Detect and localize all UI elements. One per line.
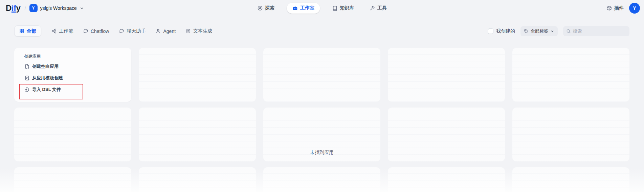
create-item-label: 导入 DSL 文件 (32, 87, 61, 93)
nav-item-knowledge[interactable]: 知识库 (329, 3, 357, 14)
header-right: 插件 Y (606, 3, 640, 14)
nav-label: 知识库 (340, 5, 354, 11)
app-card-skeleton (139, 108, 256, 161)
create-item-label: 从应用模板创建 (32, 75, 63, 81)
app-card-skeleton (14, 108, 131, 161)
search-box (563, 26, 629, 36)
tab-all[interactable]: 全部 (14, 25, 41, 37)
document-icon (186, 28, 191, 34)
dify-logo[interactable]: Dify (6, 3, 20, 13)
tab-label: 工作流 (59, 28, 73, 34)
app-card-skeleton (388, 48, 505, 102)
created-by-me-filter[interactable]: 我创建的 (488, 28, 515, 34)
app-type-tabs: 全部 工作流 Chatflow 聊天助手 (14, 25, 212, 37)
tab-text-generation[interactable]: 文本生成 (186, 25, 212, 37)
tab-chatflow[interactable]: Chatflow (83, 25, 109, 37)
workspace-selector[interactable]: Y yslg's Workspace (29, 4, 84, 12)
robot-icon (292, 5, 298, 11)
app-grid: 创建应用 创建空白应用 从应用模板创建 导入 DSL 文件 (14, 48, 629, 192)
app-card-skeleton (139, 167, 256, 192)
tab-label: Chatflow (91, 28, 109, 34)
chevron-down-icon (80, 6, 84, 11)
search-input[interactable] (573, 28, 626, 34)
create-from-template-button[interactable]: 从应用模板创建 (24, 72, 131, 84)
hammer-icon (370, 5, 375, 11)
workflow-icon (51, 28, 57, 34)
app-card-skeleton (512, 48, 629, 102)
book-icon (332, 5, 337, 11)
agent-icon (156, 28, 161, 34)
logo-letter-y: y (16, 3, 21, 13)
app-card-skeleton (139, 48, 256, 102)
plugins-button[interactable]: 插件 (606, 5, 624, 11)
app-card-skeleton (263, 48, 380, 102)
import-icon (24, 87, 30, 92)
tab-label: 聊天助手 (127, 28, 146, 34)
tab-label: Agent (163, 28, 176, 34)
nav-label: 探索 (265, 5, 274, 11)
explore-icon (257, 5, 263, 11)
file-plus-icon (24, 64, 30, 69)
chevron-down-icon (550, 29, 554, 33)
plugins-label: 插件 (614, 5, 624, 11)
nav-label: 工具 (377, 5, 387, 11)
dify-studio-page: Dify / Y yslg's Workspace 探索 工作室 (0, 0, 644, 192)
tag-filter-dropdown[interactable]: 全部标签 (520, 26, 558, 36)
nav-label: 工作室 (300, 5, 314, 11)
app-card-skeleton (388, 108, 505, 161)
app-card-skeleton (512, 167, 629, 192)
filter-right: 我创建的 全部标签 (488, 26, 629, 36)
create-app-card: 创建应用 创建空白应用 从应用模板创建 导入 DSL 文件 (14, 48, 131, 102)
tab-agent[interactable]: Agent (156, 25, 176, 37)
app-card-skeleton (388, 167, 505, 192)
app-header: Dify / Y yslg's Workspace 探索 工作室 (0, 0, 644, 16)
tag-filter-label: 全部标签 (531, 28, 548, 34)
file-template-icon (24, 75, 30, 81)
filter-row: 全部 工作流 Chatflow 聊天助手 (0, 25, 644, 37)
nav-item-explore[interactable]: 探索 (254, 3, 278, 14)
app-card-skeleton (512, 108, 629, 161)
tag-icon (524, 29, 529, 34)
grid-icon (19, 28, 24, 34)
create-blank-app-button[interactable]: 创建空白应用 (24, 61, 131, 72)
nav-item-studio[interactable]: 工作室 (287, 3, 320, 14)
tab-chat-assistant[interactable]: 聊天助手 (119, 25, 146, 37)
created-by-me-label: 我创建的 (496, 28, 515, 34)
workspace-avatar: Y (29, 4, 38, 12)
chat-bubble-icon (119, 28, 124, 34)
workspace-name: yslg's Workspace (40, 5, 77, 11)
import-dsl-button[interactable]: 导入 DSL 文件 (24, 84, 131, 95)
tab-workflow[interactable]: 工作流 (51, 25, 73, 37)
chat-bubble-icon (83, 28, 88, 34)
nav-item-tools[interactable]: 工具 (366, 3, 390, 14)
logo-letters-if: if (12, 3, 16, 13)
app-card-skeleton (14, 167, 131, 192)
created-by-me-checkbox[interactable] (488, 28, 493, 34)
main-nav: 探索 工作室 知识库 工具 (254, 0, 390, 16)
user-avatar[interactable]: Y (629, 3, 640, 14)
search-icon (566, 29, 571, 34)
create-item-label: 创建空白应用 (32, 63, 59, 70)
app-card-skeleton (263, 167, 380, 192)
cube-icon (606, 5, 612, 11)
tab-label: 全部 (27, 28, 36, 34)
breadcrumb-separator: / (24, 5, 26, 11)
create-app-title: 创建应用 (24, 54, 131, 59)
logo-letter-d: D (6, 3, 12, 13)
tab-label: 文本生成 (193, 28, 212, 34)
empty-state-message: 未找到应用 (310, 150, 334, 156)
